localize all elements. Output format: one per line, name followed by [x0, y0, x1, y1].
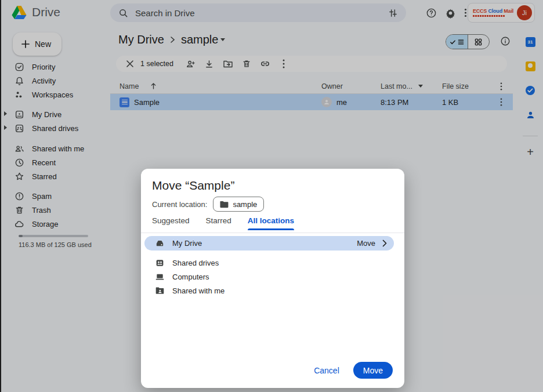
tab-starred[interactable]: Starred — [206, 216, 231, 230]
current-location-value: sample — [233, 200, 257, 209]
current-location-chip[interactable]: sample — [213, 197, 264, 212]
location-row-shared-drives[interactable]: Shared drives — [144, 256, 394, 270]
cancel-button[interactable]: Cancel — [314, 366, 339, 375]
shared-folder-icon — [154, 286, 165, 296]
location-row-my-drive[interactable]: My Drive Move — [144, 236, 394, 251]
screen-left-edge — [0, 0, 1, 392]
current-location-label: Current location: — [152, 200, 207, 209]
tab-all-locations[interactable]: All locations — [248, 216, 294, 230]
move-dialog: Move “Sample” Current location: sample S… — [141, 169, 404, 388]
move-here-label[interactable]: Move — [357, 239, 375, 248]
current-location-row: Current location: sample — [152, 197, 264, 212]
folder-icon — [220, 201, 229, 208]
shared-drives-filled-icon — [154, 258, 165, 268]
dialog-title: Move “Sample” — [152, 179, 234, 193]
computer-icon — [154, 272, 165, 282]
location-label: Shared drives — [172, 259, 219, 267]
tabs-divider — [141, 233, 404, 233]
location-label: Shared with me — [172, 286, 225, 295]
move-button[interactable]: Move — [353, 362, 393, 379]
dialog-tabs: Suggested Starred All locations — [152, 216, 294, 230]
chevron-right-icon[interactable] — [382, 239, 387, 247]
tab-suggested[interactable]: Suggested — [152, 216, 190, 230]
location-row-shared-with-me[interactable]: Shared with me — [144, 284, 394, 298]
location-label: My Drive — [172, 239, 202, 248]
location-row-computers[interactable]: Computers — [144, 270, 394, 284]
location-row-action: Move — [357, 239, 394, 248]
hard-drive-icon — [154, 238, 165, 249]
dialog-actions: Cancel Move — [314, 362, 393, 379]
location-label: Computers — [172, 273, 209, 281]
